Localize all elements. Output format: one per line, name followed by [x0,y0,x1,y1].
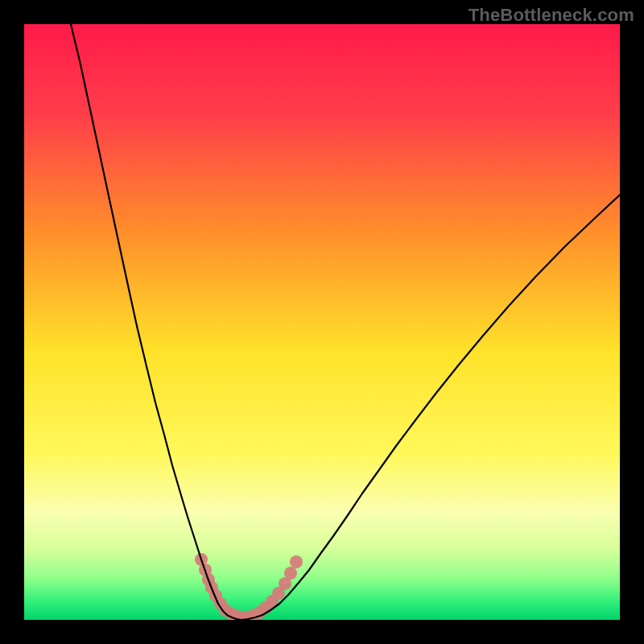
svg-point-18 [290,555,303,568]
left-curve [71,24,242,620]
curves-layer [24,24,620,620]
plot-area [24,24,620,620]
svg-point-17 [284,567,297,580]
watermark-text: TheBottleneck.com [469,5,634,26]
chart-frame: TheBottleneck.com [0,0,644,644]
